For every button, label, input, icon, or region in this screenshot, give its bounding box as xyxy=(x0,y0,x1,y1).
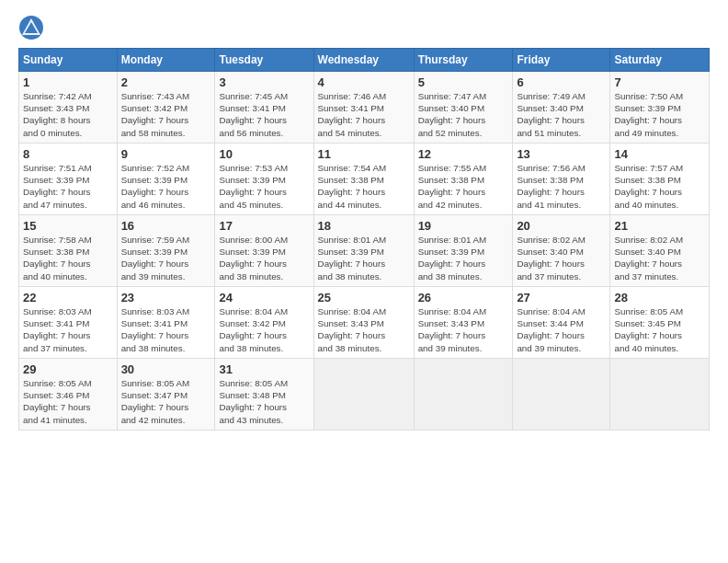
day-detail: Sunrise: 7:56 AMSunset: 3:38 PMDaylight:… xyxy=(517,163,586,210)
day-detail: Sunrise: 7:45 AMSunset: 3:41 PMDaylight:… xyxy=(219,91,288,138)
day-number: 10 xyxy=(219,147,309,161)
day-detail: Sunrise: 8:01 AMSunset: 3:39 PMDaylight:… xyxy=(318,235,387,282)
logo xyxy=(18,15,46,40)
day-cell: 15Sunrise: 7:58 AMSunset: 3:38 PMDayligh… xyxy=(19,215,118,287)
day-cell xyxy=(513,359,610,431)
header-cell-saturday: Saturday xyxy=(610,49,710,72)
day-detail: Sunrise: 7:47 AMSunset: 3:40 PMDaylight:… xyxy=(418,91,487,138)
header-cell-thursday: Thursday xyxy=(414,49,513,72)
week-row-0: 1Sunrise: 7:42 AMSunset: 3:43 PMDaylight… xyxy=(19,72,710,144)
day-number: 11 xyxy=(318,147,410,161)
day-number: 7 xyxy=(614,75,705,89)
week-row-3: 22Sunrise: 8:03 AMSunset: 3:41 PMDayligh… xyxy=(19,287,710,359)
day-cell: 2Sunrise: 7:43 AMSunset: 3:42 PMDaylight… xyxy=(117,72,215,144)
day-cell: 7Sunrise: 7:50 AMSunset: 3:39 PMDaylight… xyxy=(610,72,710,144)
day-cell: 3Sunrise: 7:45 AMSunset: 3:41 PMDaylight… xyxy=(215,72,313,144)
day-detail: Sunrise: 8:05 AMSunset: 3:48 PMDaylight:… xyxy=(219,378,288,425)
day-cell: 10Sunrise: 7:53 AMSunset: 3:39 PMDayligh… xyxy=(215,144,313,215)
day-cell: 4Sunrise: 7:46 AMSunset: 3:41 PMDaylight… xyxy=(313,72,414,144)
day-number: 21 xyxy=(614,219,705,233)
day-cell: 11Sunrise: 7:54 AMSunset: 3:38 PMDayligh… xyxy=(313,144,414,215)
day-cell: 9Sunrise: 7:52 AMSunset: 3:39 PMDaylight… xyxy=(117,144,215,215)
day-cell: 12Sunrise: 7:55 AMSunset: 3:38 PMDayligh… xyxy=(414,144,513,215)
day-detail: Sunrise: 8:03 AMSunset: 3:41 PMDaylight:… xyxy=(23,306,92,353)
day-cell: 30Sunrise: 8:05 AMSunset: 3:47 PMDayligh… xyxy=(117,359,215,431)
day-number: 20 xyxy=(517,219,606,233)
week-row-1: 8Sunrise: 7:51 AMSunset: 3:39 PMDaylight… xyxy=(19,144,710,215)
day-number: 19 xyxy=(418,219,509,233)
day-number: 6 xyxy=(517,75,606,89)
calendar-body: 1Sunrise: 7:42 AMSunset: 3:43 PMDaylight… xyxy=(19,72,710,431)
day-cell: 23Sunrise: 8:03 AMSunset: 3:41 PMDayligh… xyxy=(117,287,215,359)
day-detail: Sunrise: 8:04 AMSunset: 3:43 PMDaylight:… xyxy=(418,306,487,353)
day-cell: 27Sunrise: 8:04 AMSunset: 3:44 PMDayligh… xyxy=(513,287,610,359)
day-number: 18 xyxy=(318,219,410,233)
day-number: 1 xyxy=(23,75,113,89)
week-row-2: 15Sunrise: 7:58 AMSunset: 3:38 PMDayligh… xyxy=(19,215,710,287)
day-detail: Sunrise: 8:05 AMSunset: 3:46 PMDaylight:… xyxy=(23,378,92,425)
day-cell: 16Sunrise: 7:59 AMSunset: 3:39 PMDayligh… xyxy=(117,215,215,287)
day-number: 12 xyxy=(418,147,509,161)
day-number: 13 xyxy=(517,147,606,161)
day-number: 16 xyxy=(121,219,211,233)
day-number: 17 xyxy=(219,219,309,233)
day-detail: Sunrise: 8:05 AMSunset: 3:47 PMDaylight:… xyxy=(121,378,190,425)
day-cell: 8Sunrise: 7:51 AMSunset: 3:39 PMDaylight… xyxy=(19,144,118,215)
header-cell-monday: Monday xyxy=(117,49,215,72)
day-number: 30 xyxy=(121,362,211,376)
day-detail: Sunrise: 8:04 AMSunset: 3:42 PMDaylight:… xyxy=(219,306,288,353)
day-detail: Sunrise: 8:03 AMSunset: 3:41 PMDaylight:… xyxy=(121,306,190,353)
day-detail: Sunrise: 7:43 AMSunset: 3:42 PMDaylight:… xyxy=(121,91,190,138)
day-cell: 21Sunrise: 8:02 AMSunset: 3:40 PMDayligh… xyxy=(610,215,710,287)
day-number: 9 xyxy=(121,147,211,161)
day-number: 5 xyxy=(418,75,509,89)
day-number: 22 xyxy=(23,291,113,304)
day-detail: Sunrise: 7:49 AMSunset: 3:40 PMDaylight:… xyxy=(517,91,586,138)
day-cell: 31Sunrise: 8:05 AMSunset: 3:48 PMDayligh… xyxy=(215,359,313,431)
header-cell-friday: Friday xyxy=(513,49,610,72)
day-detail: Sunrise: 7:54 AMSunset: 3:38 PMDaylight:… xyxy=(318,163,387,210)
logo-icon xyxy=(18,15,44,40)
day-detail: Sunrise: 8:04 AMSunset: 3:44 PMDaylight:… xyxy=(517,306,586,353)
day-cell: 17Sunrise: 8:00 AMSunset: 3:39 PMDayligh… xyxy=(215,215,313,287)
header-cell-wednesday: Wednesday xyxy=(313,49,414,72)
day-cell: 28Sunrise: 8:05 AMSunset: 3:45 PMDayligh… xyxy=(610,287,710,359)
day-number: 25 xyxy=(318,291,410,304)
day-cell: 26Sunrise: 8:04 AMSunset: 3:43 PMDayligh… xyxy=(414,287,513,359)
header-cell-sunday: Sunday xyxy=(19,49,118,72)
calendar-table: SundayMondayTuesdayWednesdayThursdayFrid… xyxy=(18,48,710,431)
day-cell: 22Sunrise: 8:03 AMSunset: 3:41 PMDayligh… xyxy=(19,287,118,359)
day-cell: 24Sunrise: 8:04 AMSunset: 3:42 PMDayligh… xyxy=(215,287,313,359)
day-cell: 25Sunrise: 8:04 AMSunset: 3:43 PMDayligh… xyxy=(313,287,414,359)
day-cell: 14Sunrise: 7:57 AMSunset: 3:38 PMDayligh… xyxy=(610,144,710,215)
header-row: SundayMondayTuesdayWednesdayThursdayFrid… xyxy=(19,49,710,72)
day-number: 31 xyxy=(219,362,309,376)
day-detail: Sunrise: 7:51 AMSunset: 3:39 PMDaylight:… xyxy=(23,163,92,210)
day-number: 2 xyxy=(121,75,211,89)
day-cell: 29Sunrise: 8:05 AMSunset: 3:46 PMDayligh… xyxy=(19,359,118,431)
day-number: 23 xyxy=(121,291,211,304)
day-detail: Sunrise: 7:57 AMSunset: 3:38 PMDaylight:… xyxy=(614,163,683,210)
day-cell: 5Sunrise: 7:47 AMSunset: 3:40 PMDaylight… xyxy=(414,72,513,144)
day-detail: Sunrise: 8:02 AMSunset: 3:40 PMDaylight:… xyxy=(517,235,586,282)
day-detail: Sunrise: 8:05 AMSunset: 3:45 PMDaylight:… xyxy=(614,306,683,353)
day-detail: Sunrise: 7:55 AMSunset: 3:38 PMDaylight:… xyxy=(418,163,487,210)
page: SundayMondayTuesdayWednesdayThursdayFrid… xyxy=(0,0,728,563)
day-cell: 6Sunrise: 7:49 AMSunset: 3:40 PMDaylight… xyxy=(513,72,610,144)
day-detail: Sunrise: 7:46 AMSunset: 3:41 PMDaylight:… xyxy=(318,91,387,138)
day-number: 29 xyxy=(23,362,113,376)
day-detail: Sunrise: 7:52 AMSunset: 3:39 PMDaylight:… xyxy=(121,163,190,210)
day-number: 8 xyxy=(23,147,113,161)
day-detail: Sunrise: 8:04 AMSunset: 3:43 PMDaylight:… xyxy=(318,306,387,353)
week-row-4: 29Sunrise: 8:05 AMSunset: 3:46 PMDayligh… xyxy=(19,359,710,431)
day-cell: 18Sunrise: 8:01 AMSunset: 3:39 PMDayligh… xyxy=(313,215,414,287)
day-detail: Sunrise: 8:01 AMSunset: 3:39 PMDaylight:… xyxy=(418,235,487,282)
day-cell: 19Sunrise: 8:01 AMSunset: 3:39 PMDayligh… xyxy=(414,215,513,287)
header xyxy=(18,15,710,40)
day-cell: 13Sunrise: 7:56 AMSunset: 3:38 PMDayligh… xyxy=(513,144,610,215)
day-cell xyxy=(414,359,513,431)
header-cell-tuesday: Tuesday xyxy=(215,49,313,72)
day-detail: Sunrise: 7:50 AMSunset: 3:39 PMDaylight:… xyxy=(614,91,683,138)
day-detail: Sunrise: 7:58 AMSunset: 3:38 PMDaylight:… xyxy=(23,235,92,282)
day-number: 24 xyxy=(219,291,309,304)
